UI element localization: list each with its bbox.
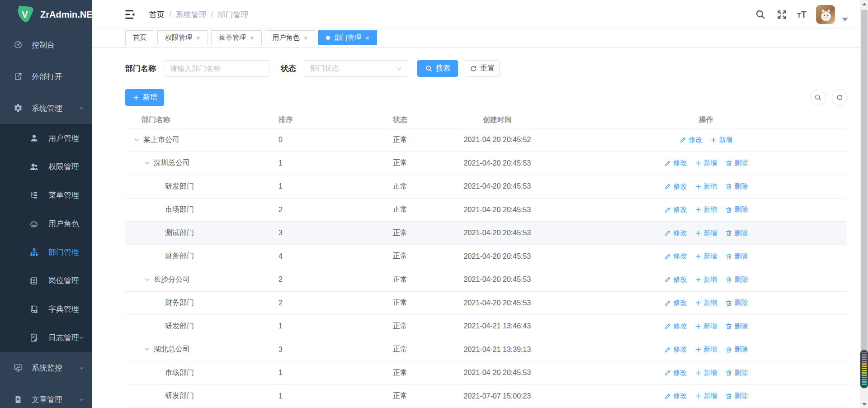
tab-部门管理[interactable]: 部门管理× <box>318 30 377 45</box>
edit-action-link[interactable]: 修改 <box>664 345 687 354</box>
tab-菜单管理[interactable]: 菜单管理× <box>211 30 262 45</box>
sidebar-item-user-roles[interactable]: 用户角色 <box>0 209 92 238</box>
fullscreen-icon[interactable] <box>776 9 788 20</box>
delete-action-link[interactable]: 删除 <box>725 275 748 284</box>
breadcrumb: 首页/系统管理/部门管理 <box>149 0 248 29</box>
sidebar-item-dashboard[interactable]: 控制台 <box>0 29 92 61</box>
delete-action-link[interactable]: 删除 <box>725 182 748 191</box>
add-action-link[interactable]: 新增 <box>695 252 717 261</box>
close-icon[interactable]: × <box>196 34 200 41</box>
add-button[interactable]: 新增 <box>125 89 164 106</box>
created-time-cell: 2021-04-20 20:45:53 <box>429 299 565 307</box>
add-action-link[interactable]: 新增 <box>695 159 717 167</box>
edit-icon <box>664 323 671 330</box>
delete-action-link[interactable]: 删除 <box>725 229 748 237</box>
sidebar-item-external-open[interactable]: 外部打开 <box>0 61 92 92</box>
breadcrumb-item[interactable]: 首页 <box>149 9 165 20</box>
dept-name-input[interactable] <box>164 60 269 77</box>
edit-action-link[interactable]: 修改 <box>664 229 687 237</box>
tree-expand-icon[interactable] <box>144 276 154 283</box>
chevron-up-icon <box>78 105 85 112</box>
tab-权限管理[interactable]: 权限管理× <box>157 30 208 45</box>
tree-expand-icon[interactable] <box>144 160 154 166</box>
font-size-icon[interactable]: TT <box>797 9 807 20</box>
sidebar-item-permission-management[interactable]: 权限管理 <box>0 152 92 181</box>
delete-action-link[interactable]: 删除 <box>725 392 748 400</box>
actions-cell: 修改新增删除 <box>565 322 847 331</box>
sidebar-item-system-management[interactable]: 系统管理 <box>0 92 92 124</box>
plus-icon <box>132 94 140 101</box>
edit-action-link[interactable]: 修改 <box>664 299 687 307</box>
avatar[interactable] <box>816 5 835 24</box>
action-label: 修改 <box>674 229 687 237</box>
table-row: 湖北总公司3正常2021-04-21 13:39:13修改新增删除 <box>125 338 847 362</box>
edit-action-link[interactable]: 修改 <box>664 322 687 331</box>
sidebar-collapse-icon[interactable] <box>124 8 137 21</box>
sidebar-item-menu-management[interactable]: 菜单管理 <box>0 181 92 209</box>
delete-action-link[interactable]: 删除 <box>725 252 748 261</box>
add-action-link[interactable]: 新增 <box>695 182 717 191</box>
add-action-link[interactable]: 新增 <box>710 136 733 144</box>
sidebar-item-article-management[interactable]: 文章管理 <box>0 384 92 408</box>
search-icon[interactable] <box>755 9 766 20</box>
table-header-row: 部门名称排序状态创建时间操作 <box>125 112 847 128</box>
order-cell: 0 <box>267 136 371 144</box>
search-button-label: 搜索 <box>436 64 450 73</box>
status-cell: 正常 <box>371 158 429 168</box>
sidebar-item-dictionary-management[interactable]: 字典管理 <box>0 295 92 323</box>
tab-首页[interactable]: 首页 <box>125 30 154 45</box>
add-action-link[interactable]: 新增 <box>695 229 717 237</box>
close-icon[interactable]: × <box>250 34 254 41</box>
dept-name-cell: 某上市公司 <box>125 135 267 145</box>
sidebar-item-user-management[interactable]: 用户管理 <box>0 124 92 152</box>
reset-button[interactable]: 重置 <box>465 60 500 77</box>
edit-action-link[interactable]: 修改 <box>664 182 687 191</box>
app-logo[interactable]: V ZrAdmin.NET <box>0 0 92 29</box>
add-action-link[interactable]: 新增 <box>695 369 717 377</box>
status-select[interactable]: 部门状态 <box>304 60 408 77</box>
edit-action-link[interactable]: 修改 <box>664 275 687 284</box>
order-cell: 1 <box>267 182 371 190</box>
delete-action-link[interactable]: 删除 <box>725 345 748 354</box>
edit-action-link[interactable]: 修改 <box>664 392 687 400</box>
search-button[interactable]: 搜索 <box>417 60 458 77</box>
trash-icon <box>725 229 732 237</box>
column-header-1: 排序 <box>267 115 371 125</box>
dept-name-cell: 研发部门 <box>125 391 267 401</box>
refresh-table-button[interactable] <box>832 90 848 105</box>
add-action-link[interactable]: 新增 <box>695 322 717 331</box>
scrollbar-down-arrow[interactable] <box>860 400 868 408</box>
edit-action-link[interactable]: 修改 <box>679 136 703 144</box>
user-menu-caret-icon[interactable] <box>842 18 848 21</box>
add-action-link[interactable]: 新增 <box>695 275 717 284</box>
delete-action-link[interactable]: 删除 <box>725 205 748 214</box>
delete-action-link[interactable]: 删除 <box>725 322 748 331</box>
delete-action-link[interactable]: 删除 <box>725 369 748 377</box>
page-scrollbar[interactable] <box>860 0 868 408</box>
sidebar-item-department-management[interactable]: 部门管理 <box>0 238 92 266</box>
delete-action-link[interactable]: 删除 <box>725 159 748 167</box>
scrollbar-up-arrow[interactable] <box>860 0 868 8</box>
sidebar-item-log-management[interactable]: 日志管理 <box>0 323 92 352</box>
table-row: 研发部门1正常2021-07-07 15:00:23修改新增删除 <box>125 385 847 408</box>
add-action-link[interactable]: 新增 <box>695 205 717 214</box>
edit-action-link[interactable]: 修改 <box>664 252 687 261</box>
tree-expand-icon[interactable] <box>144 346 154 353</box>
edit-action-link[interactable]: 修改 <box>664 159 687 167</box>
scrollbar-thumb[interactable] <box>861 10 868 387</box>
edit-action-link[interactable]: 修改 <box>664 369 687 377</box>
edit-action-link[interactable]: 修改 <box>664 205 687 214</box>
action-label: 删除 <box>735 159 748 167</box>
show-search-button[interactable] <box>810 90 826 105</box>
tree-expand-icon[interactable] <box>133 137 143 143</box>
sidebar-item-position-management[interactable]: 岗位管理 <box>0 266 92 295</box>
add-action-link[interactable]: 新增 <box>695 392 717 400</box>
sidebar-item-system-monitor[interactable]: 系统监控 <box>0 352 92 384</box>
close-icon[interactable]: × <box>365 34 369 41</box>
table-tools <box>810 90 848 105</box>
delete-action-link[interactable]: 删除 <box>725 299 748 307</box>
add-action-link[interactable]: 新增 <box>695 345 717 354</box>
add-action-link[interactable]: 新增 <box>695 299 717 307</box>
tab-用户角色[interactable]: 用户角色× <box>265 30 316 45</box>
close-icon[interactable]: × <box>304 34 308 41</box>
